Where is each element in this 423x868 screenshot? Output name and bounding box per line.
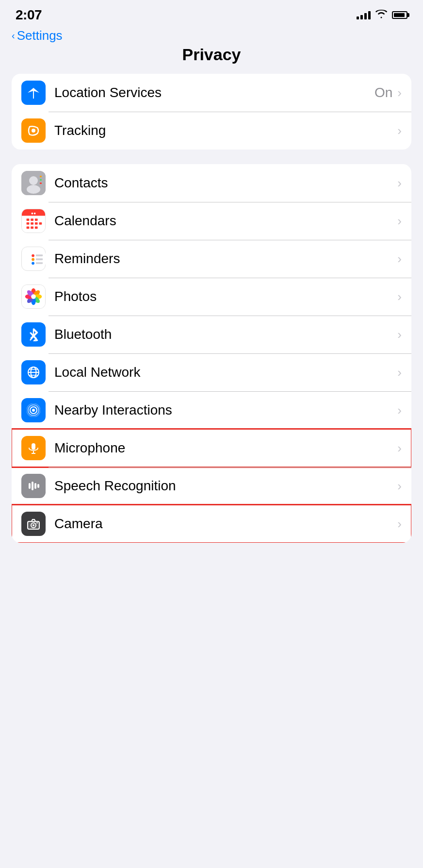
bluetooth-icon [21,322,46,347]
contacts-chevron: › [397,176,402,191]
location-services-label: Location Services [54,85,374,100]
speech-recognition-icon [21,474,46,498]
nearby-interactions-label: Nearby Interactions [54,402,397,418]
contacts-icon [21,171,46,195]
svg-rect-48 [32,443,35,450]
signal-bars-icon [357,11,371,19]
reminders-row[interactable]: Reminders › [12,240,411,278]
svg-rect-52 [32,482,33,490]
speech-recognition-label: Speech Recognition [54,478,397,494]
nearby-interactions-chevron: › [397,403,402,418]
bluetooth-label: Bluetooth [54,327,397,342]
svg-point-58 [33,524,34,526]
speech-recognition-chevron: › [397,479,402,494]
local-network-label: Local Network [54,365,397,380]
calendars-chevron: › [397,214,402,229]
reminders-label: Reminders [54,251,397,267]
svg-rect-12 [35,218,38,221]
bluetooth-chevron: › [397,327,402,342]
battery-icon [392,11,407,19]
svg-rect-18 [31,227,33,229]
back-arrow-icon: ‹ [12,30,15,41]
microphone-icon [21,436,46,460]
calendars-label: Calendars [54,213,397,229]
microphone-label: Microphone [54,440,397,456]
svg-text:●●: ●● [31,211,36,216]
location-services-value: On [374,85,392,100]
tracking-icon [21,118,46,143]
svg-rect-11 [31,218,33,221]
svg-point-25 [32,262,34,265]
microphone-row[interactable]: Microphone › [12,429,411,467]
status-icons [357,10,407,21]
page-title: Privacy [182,45,241,64]
back-label: Settings [17,28,63,43]
svg-point-0 [32,129,35,133]
status-time: 2:07 [16,7,42,23]
svg-rect-26 [36,262,43,264]
svg-rect-24 [36,258,43,260]
tracking-label: Tracking [54,123,397,138]
bluetooth-row[interactable]: Bluetooth › [12,316,411,353]
svg-point-44 [32,409,35,412]
tracking-row[interactable]: Tracking › [12,112,411,150]
svg-rect-53 [34,483,36,489]
svg-rect-51 [29,483,31,489]
svg-rect-14 [31,222,33,225]
back-navigation[interactable]: ‹ Settings [0,26,423,43]
svg-rect-59 [36,522,38,523]
svg-rect-10 [27,218,30,221]
location-services-icon [21,81,46,105]
local-network-chevron: › [397,365,402,380]
contacts-label: Contacts [54,175,397,191]
svg-point-36 [31,294,36,299]
tracking-chevron: › [397,123,402,138]
camera-icon [21,512,46,536]
photos-chevron: › [397,289,402,304]
microphone-chevron: › [397,441,402,456]
svg-rect-17 [27,227,30,229]
svg-rect-13 [27,222,30,225]
nav-header: Privacy [0,43,423,74]
location-services-row[interactable]: Location Services On › [12,74,411,112]
local-network-icon [21,360,46,384]
svg-point-3 [27,185,40,194]
svg-point-21 [32,254,34,257]
location-group: Location Services On › Tracking › [12,74,411,150]
svg-rect-5 [40,179,42,181]
speech-recognition-row[interactable]: Speech Recognition › [12,467,411,505]
reminders-icon [21,247,46,271]
svg-rect-22 [36,254,43,256]
svg-point-2 [29,176,38,185]
local-network-row[interactable]: Local Network › [12,353,411,391]
svg-rect-15 [35,222,38,225]
camera-row[interactable]: Camera › [12,505,411,543]
photos-label: Photos [54,289,397,304]
permissions-group: Contacts › ●● Calendars › [12,164,411,543]
svg-rect-19 [35,227,38,229]
status-bar: 2:07 [0,0,423,26]
calendars-row[interactable]: ●● Calendars › [12,202,411,240]
reminders-chevron: › [397,251,402,267]
nearby-interactions-icon [21,398,46,422]
camera-label: Camera [54,516,397,532]
svg-point-23 [32,258,34,261]
nearby-interactions-row[interactable]: Nearby Interactions › [12,391,411,429]
svg-rect-54 [37,484,39,488]
contacts-row[interactable]: Contacts › [12,164,411,202]
svg-rect-16 [39,222,42,225]
photos-icon [21,284,46,309]
svg-rect-4 [40,176,42,177]
location-services-chevron: › [397,85,402,100]
camera-chevron: › [397,517,402,532]
svg-rect-6 [40,183,42,184]
wifi-icon [375,10,387,21]
photos-row[interactable]: Photos › [12,278,411,316]
calendars-icon: ●● [21,209,46,233]
